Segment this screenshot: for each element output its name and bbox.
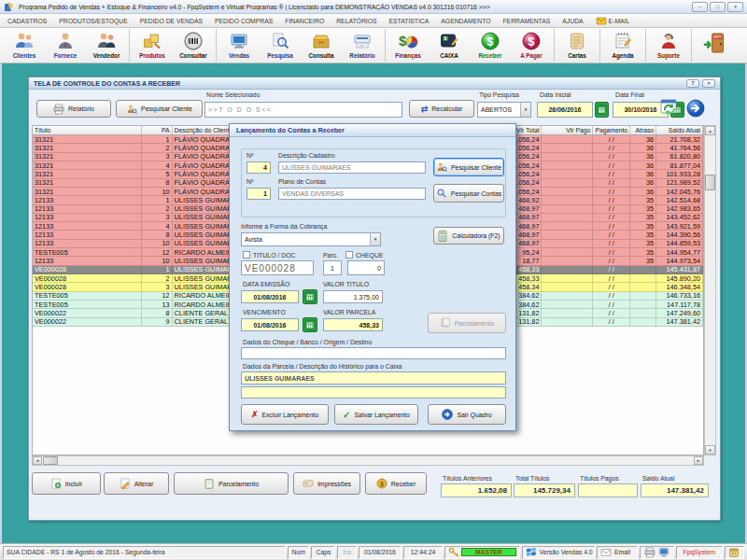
scroll-right-icon[interactable]: ► (694, 456, 703, 465)
toolbar-caixa[interactable]: $ CAIXA (429, 29, 470, 62)
col-pagamento[interactable]: Pagamento (593, 126, 630, 134)
calculator-button[interactable]: Calculadora (F2) (433, 227, 504, 245)
table-cell: 12133 (33, 231, 142, 238)
search-client-button[interactable]: Pesquisar Cliente (116, 100, 203, 118)
table-cell: / / (593, 240, 630, 247)
delete-entry-button[interactable]: ✗ Excluir Lançamento (241, 404, 329, 425)
vertical-scrollbar[interactable]: ▲ ▼ (704, 125, 716, 455)
cheque-checkbox[interactable]: CHEQUE (345, 251, 383, 259)
scroll-down-icon[interactable]: ▼ (705, 445, 715, 455)
toolbar-receber[interactable]: $ Receber (470, 29, 511, 62)
horizontal-scroll-thumb[interactable] (43, 456, 58, 465)
toolbar-vendedor[interactable]: Vendedor (86, 29, 127, 62)
toolbar-suporte[interactable]: Suporte (648, 29, 689, 62)
start-date-input[interactable]: 26/06/2016 (537, 102, 593, 118)
titulo-total-field[interactable]: 1.375,00 (323, 290, 383, 303)
table-cell: 36 (630, 188, 656, 195)
table-cell: / / (593, 222, 630, 230)
col-vlr-pago[interactable]: Vlr Pago (542, 126, 593, 134)
menu-financeiro[interactable]: FINANCEIRO (285, 18, 324, 24)
selected-name-input[interactable]: >>T O D O S<< (204, 102, 402, 118)
status-email[interactable]: Email (597, 546, 638, 559)
menu-pedido-compras[interactable]: PEDIDO COMPRAS (215, 18, 273, 24)
scroll-up-icon[interactable]: ▲ (705, 126, 715, 135)
menu-pedido-vendas[interactable]: PEDIDO DE VENDAS (140, 18, 203, 24)
panel-close-button[interactable]: × (702, 79, 715, 88)
menu-ajuda[interactable]: AJUDA (562, 18, 583, 24)
toolbar-produtos[interactable]: Produtos (132, 29, 173, 62)
plan-no-field[interactable]: 1 (247, 188, 271, 200)
cheque-count-field[interactable]: 0 (347, 260, 385, 275)
prev-titles-value: 1.652,08 (441, 483, 512, 497)
toolbar-pesquisa[interactable]: Pesquisa (260, 29, 301, 62)
close-button[interactable]: × (727, 2, 743, 12)
titulo-doc-checkbox[interactable]: TITULO / DOC (243, 251, 296, 259)
menu-email[interactable]: E-MAIL (596, 15, 630, 26)
history-input[interactable]: ULISSES GUIMARAES (241, 371, 506, 385)
toolbar-fornece[interactable]: Fornece (45, 29, 86, 62)
table-cell: 2 (142, 274, 173, 282)
menu-relatorios[interactable]: RELATÓRIOS (336, 18, 376, 24)
toolbar-clientes[interactable]: Clientes (4, 29, 45, 62)
col-titulo[interactable]: Título (33, 126, 142, 134)
minimize-button[interactable]: – (692, 2, 708, 12)
due-date-field[interactable]: 01/08/2016 (241, 318, 299, 331)
col-pa[interactable]: PA (142, 126, 173, 134)
maximize-button[interactable]: □ (710, 2, 726, 12)
menu-agendamento[interactable]: AGENDAMENTO (441, 18, 490, 24)
exit-door-icon: EXIT (702, 31, 726, 55)
menu-ferramentas[interactable]: FERRAMENTAS (502, 18, 550, 24)
due-calendar-button[interactable] (303, 317, 317, 332)
refresh-button[interactable] (660, 99, 679, 118)
history-input-2[interactable] (241, 386, 506, 399)
toolbar-consultar[interactable]: Consultar (173, 29, 214, 62)
parc-field[interactable]: 1 (323, 260, 342, 275)
recalculate-button[interactable]: ⇄ Recalcular (409, 100, 474, 118)
parcel-value-field[interactable]: 458,33 (323, 318, 383, 331)
panel-help-button[interactable]: ? (686, 79, 699, 88)
incluir-button[interactable]: Incluir (32, 472, 101, 495)
report-button[interactable]: Relatório (36, 100, 111, 118)
menu-produtos-estoque[interactable]: PRODUTOS/ESTOQUE (59, 18, 127, 24)
plan-field[interactable]: VENDAS DIVERSAS (278, 188, 426, 200)
scroll-left-icon[interactable]: ◄ (33, 456, 42, 465)
billing-select[interactable]: Avista ▼ (241, 232, 381, 246)
alterar-button[interactable]: Alterar (104, 472, 169, 495)
parcelamento-button[interactable]: Parcelamento (174, 472, 289, 495)
go-button[interactable] (686, 99, 705, 118)
search-type-select[interactable]: ABERTOS ▼ (477, 102, 531, 118)
toolbar-consulta[interactable]: Consulta (301, 29, 342, 62)
menu-cadastros[interactable]: CADASTROS (7, 18, 47, 24)
menu-estatistica[interactable]: ESTATISTICA (389, 18, 430, 24)
modal-search-client-button[interactable]: Pesquisar Cliente (433, 158, 504, 176)
cheque-data-input[interactable] (241, 347, 506, 359)
receber-button[interactable]: $ Receber (365, 472, 427, 495)
emission-date-field[interactable]: 01/08/2016 (241, 290, 299, 303)
client-no-field[interactable]: 4 (247, 161, 271, 174)
vertical-scroll-thumb[interactable] (705, 175, 715, 190)
panel-header: TELA DE CONTROLE DO CONTAS A RECEBER ? × (29, 77, 720, 90)
toolbar-cartas[interactable]: Cartas (557, 29, 598, 62)
red-x-icon: ✗ (251, 410, 259, 419)
toolbar-financas[interactable]: $ Finanças (388, 29, 429, 62)
impressoes-button[interactable]: Impressões (293, 472, 360, 495)
coin-icon: $ (376, 478, 388, 489)
horizontal-scrollbar[interactable]: ◄ ► (32, 455, 704, 466)
installments-button[interactable]: Parcelamento (428, 313, 506, 333)
save-entry-button[interactable]: ✓ Salvar Lançamento (334, 404, 418, 425)
toolbar-relatorio[interactable]: Relatório (342, 29, 383, 62)
toolbar-agenda[interactable]: Agenda (602, 29, 643, 62)
emission-calendar-button[interactable] (303, 289, 317, 304)
start-date-calendar-button[interactable] (595, 102, 609, 118)
col-atraso[interactable]: Atraso (630, 126, 656, 134)
checkbox-icon (243, 251, 250, 259)
search-accounts-button[interactable]: Pesquisar Contas (433, 184, 504, 203)
col-saldo-atual[interactable]: Saldo Atual (656, 126, 703, 134)
titulo-doc-field[interactable]: VE000028 (241, 260, 314, 275)
toolbar-vendas[interactable]: Vendas (218, 29, 260, 62)
toolbar-apagar[interactable]: $ A Pagar (511, 29, 552, 62)
toolbar-exit[interactable]: EXIT (694, 29, 735, 62)
exit-modal-button[interactable]: Sair Quadro (428, 404, 506, 425)
report-icon (352, 31, 373, 51)
client-desc-field[interactable]: ULISSES GUIMARAES (278, 161, 426, 174)
